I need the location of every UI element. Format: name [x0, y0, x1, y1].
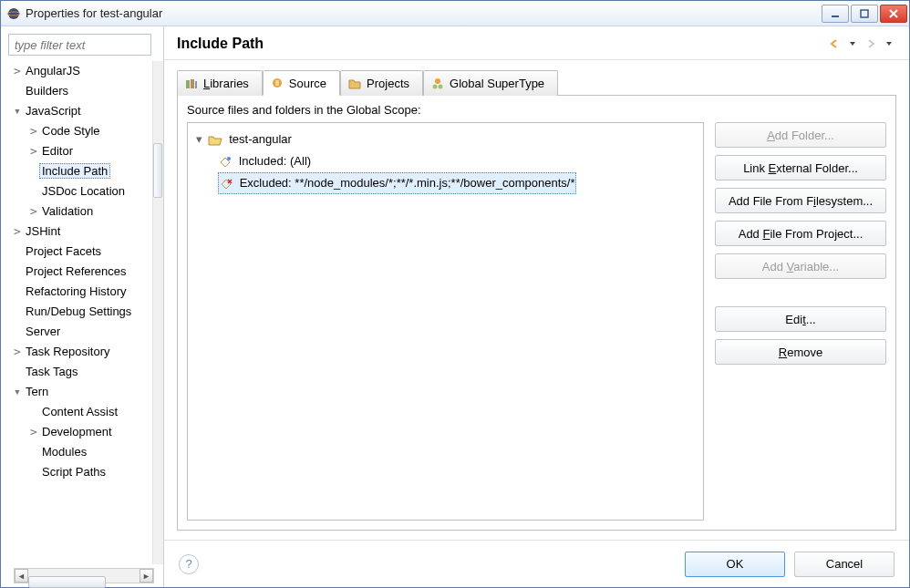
svg-rect-2 — [832, 15, 839, 17]
add-folder-button: Add Folder... — [715, 122, 886, 148]
sidebar-item-server[interactable]: Server — [8, 322, 152, 342]
expand-toggle[interactable]: > — [12, 222, 23, 242]
tab-global-supertype[interactable]: Global SuperType — [423, 70, 558, 96]
sidebar-item-label: JSHint — [23, 223, 63, 239]
sidebar-item-run-debug-settings[interactable]: Run/Debug Settings — [8, 302, 152, 322]
expand-toggle[interactable]: > — [12, 61, 23, 81]
sidebar-item-label: Project Facets — [23, 243, 104, 259]
sidebar-item-script-paths[interactable]: Script Paths — [8, 462, 152, 482]
sidebar-item-label: JavaScript — [23, 103, 84, 119]
sidebar-item-include-path[interactable]: Include Path — [8, 161, 152, 181]
nav-forward-menu[interactable] — [882, 36, 896, 51]
expand-toggle[interactable]: > — [28, 141, 39, 161]
sidebar-item-label: Modules — [39, 444, 89, 459]
sidebar-item-label: Development — [39, 424, 115, 439]
source-icon — [271, 77, 284, 89]
svg-point-0 — [8, 8, 19, 19]
add-variable-button: Add Variable... — [715, 253, 886, 279]
sidebar-item-label: Run/Debug Settings — [23, 304, 134, 319]
sidebar-item-builders[interactable]: Builders — [8, 81, 152, 101]
sidebar: >AngularJSBuilders▾JavaScript>Code Style… — [1, 26, 164, 587]
tab-label: Source — [289, 77, 326, 90]
maximize-button[interactable] — [851, 5, 878, 23]
ok-button[interactable]: OK — [685, 552, 785, 577]
edit-button[interactable]: Edit... — [715, 306, 886, 332]
tab-projects[interactable]: Projects — [340, 70, 423, 96]
tab-label: Global SuperType — [450, 77, 544, 90]
tree-row-project[interactable]: ▾ test-angular — [191, 129, 699, 150]
remove-button[interactable]: Remove — [715, 339, 886, 365]
nav-tree[interactable]: >AngularJSBuilders▾JavaScript>Code Style… — [8, 61, 152, 482]
page-title: Include Path — [177, 36, 827, 52]
add-file-project-button[interactable]: Add File From Project... — [715, 221, 886, 246]
svg-point-8 — [435, 78, 440, 84]
sidebar-item-task-tags[interactable]: Task Tags — [8, 362, 152, 382]
close-button[interactable] — [880, 5, 907, 23]
panel-description: Source files and folders in the Global S… — [187, 103, 886, 117]
sidebar-item-label: JSDoc Location — [39, 183, 128, 199]
sidebar-item-label: AngularJS — [23, 63, 83, 78]
sidebar-item-project-facets[interactable]: Project Facets — [8, 242, 152, 262]
link-external-folder-button[interactable]: Link External Folder... — [715, 155, 886, 181]
sidebar-item-code-style[interactable]: >Code Style — [8, 121, 152, 141]
svg-rect-6 — [195, 81, 197, 88]
sidebar-item-angularjs[interactable]: >AngularJS — [8, 61, 152, 81]
sidebar-item-javascript[interactable]: ▾JavaScript — [8, 101, 152, 121]
sidebar-item-modules[interactable]: Modules — [8, 442, 152, 462]
sidebar-item-label: Task Repository — [23, 344, 112, 359]
expand-toggle[interactable]: ▾ — [12, 101, 23, 121]
sidebar-item-development[interactable]: >Development — [8, 422, 152, 442]
add-file-filesystem-button[interactable]: Add File From Filesystem... — [715, 188, 886, 213]
sidebar-item-label: Script Paths — [39, 464, 109, 480]
nav-back-menu[interactable] — [845, 36, 860, 51]
sidebar-item-label: Editor — [39, 143, 76, 159]
sidebar-item-label: Include Path — [39, 163, 110, 179]
sidebar-item-label: Server — [23, 324, 63, 339]
cancel-button[interactable]: Cancel — [794, 552, 894, 577]
sidebar-item-validation[interactable]: >Validation — [8, 201, 152, 222]
titlebar: Properties for test-angular — [1, 1, 909, 26]
sidebar-item-label: Content Assist — [39, 404, 120, 419]
sidebar-item-jsdoc-location[interactable]: JSDoc Location — [8, 181, 152, 201]
expand-toggle[interactable]: > — [28, 121, 39, 141]
tab-label: Projects — [367, 77, 409, 90]
sidebar-item-label: Tern — [23, 384, 51, 399]
source-tree[interactable]: ▾ test-angular Included: (All) Excluded: — [187, 122, 704, 521]
nav-forward-button[interactable] — [863, 36, 878, 51]
expand-toggle[interactable]: > — [28, 422, 39, 442]
sidebar-item-label: Task Tags — [23, 364, 81, 379]
nav-back-button[interactable] — [827, 36, 842, 51]
svg-point-9 — [433, 84, 438, 88]
sidebar-item-jshint[interactable]: >JSHint — [8, 222, 152, 242]
libraries-icon — [185, 77, 198, 90]
svg-rect-4 — [186, 80, 190, 88]
svg-point-10 — [439, 84, 443, 88]
tab-libraries[interactable]: Libraries — [177, 70, 263, 96]
sidebar-vscroll[interactable] — [152, 61, 163, 564]
tabbar: Libraries Source Projects Global SuperTy… — [177, 69, 896, 96]
globaltype-icon — [431, 77, 444, 90]
exclude-icon — [220, 178, 233, 191]
tree-row-excluded[interactable]: Excluded: **/node_modules/*;**/*.min.js;… — [218, 172, 576, 194]
sidebar-item-content-assist[interactable]: Content Assist — [8, 402, 152, 422]
sidebar-item-label: Builders — [23, 83, 71, 98]
sidebar-item-task-repository[interactable]: >Task Repository — [8, 342, 152, 362]
sidebar-item-label: Code Style — [39, 123, 103, 139]
filter-input[interactable] — [8, 34, 151, 56]
help-button[interactable]: ? — [179, 554, 199, 574]
include-icon — [219, 156, 232, 169]
tree-row-included[interactable]: Included: (All) — [191, 150, 699, 172]
sidebar-item-editor[interactable]: >Editor — [8, 141, 152, 161]
sidebar-item-project-references[interactable]: Project References — [8, 262, 152, 282]
sidebar-item-label: Project References — [23, 263, 129, 279]
source-panel: Source files and folders in the Global S… — [177, 96, 896, 531]
sidebar-hscroll[interactable]: ◄► — [14, 568, 154, 583]
sidebar-item-tern[interactable]: ▾Tern — [8, 382, 152, 402]
expand-toggle[interactable]: ▾ — [12, 382, 23, 402]
folder-open-icon — [208, 134, 222, 147]
expand-toggle[interactable]: > — [28, 201, 39, 222]
expand-toggle[interactable]: > — [12, 342, 23, 362]
minimize-button[interactable] — [822, 5, 849, 23]
sidebar-item-refactoring-history[interactable]: Refactoring History — [8, 282, 152, 302]
tab-source[interactable]: Source — [263, 70, 340, 96]
